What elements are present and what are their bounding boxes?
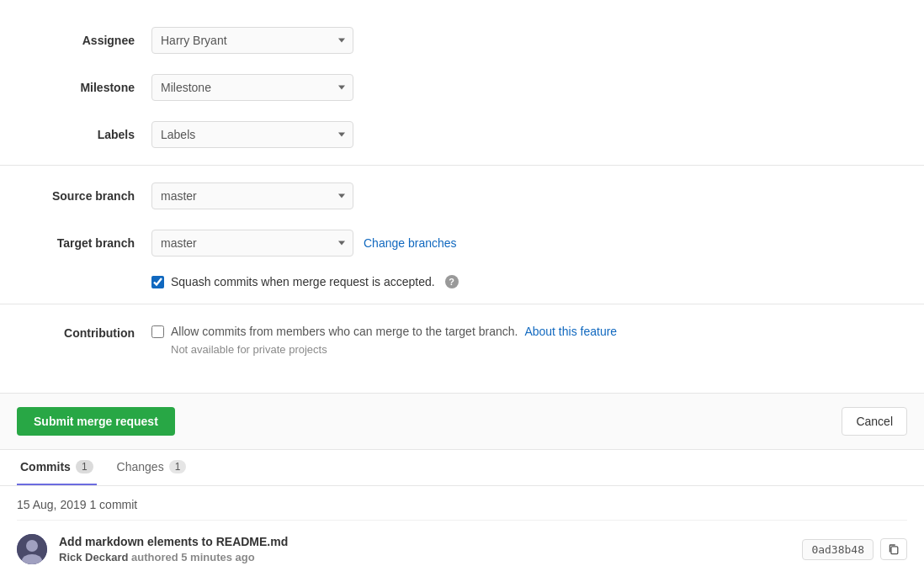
source-branch-label: Source branch: [17, 189, 151, 203]
labels-row: Labels Labels: [0, 111, 924, 158]
contribution-checkbox[interactable]: [151, 325, 164, 338]
squash-checkbox[interactable]: [151, 276, 164, 288]
tab-changes-label: Changes: [117, 460, 164, 473]
cancel-button[interactable]: Cancel: [842, 407, 907, 436]
tab-changes[interactable]: Changes 1: [114, 450, 190, 485]
contribution-check-row: Allow commits from members who can merge…: [151, 325, 907, 338]
commit-item: Add markdown elements to README.md Rick …: [17, 521, 907, 566]
commit-date-row: 15 Aug, 2019 1 commit: [17, 486, 907, 521]
avatar-svg: [17, 534, 47, 564]
assignee-select[interactable]: Harry Bryant: [151, 27, 353, 54]
allow-commits-text: Allow commits from members who can merge…: [171, 325, 518, 338]
tab-commits[interactable]: Commits 1: [17, 450, 97, 485]
divider-1: [0, 165, 924, 166]
contribution-label: Contribution: [17, 325, 151, 340]
commit-title: Add markdown elements to README.md: [59, 535, 790, 548]
change-branches-link[interactable]: Change branches: [364, 236, 457, 250]
svg-rect-3: [891, 547, 898, 554]
not-available-text: Not available for private projects: [171, 343, 907, 356]
milestone-select[interactable]: Milestone: [151, 74, 353, 101]
assignee-dropdown-wrapper: Harry Bryant: [151, 27, 353, 54]
squash-label[interactable]: Squash commits when merge request is acc…: [151, 275, 459, 288]
commit-info: Add markdown elements to README.md Rick …: [59, 535, 790, 563]
squash-text: Squash commits when merge request is acc…: [171, 275, 435, 288]
tab-commits-label: Commits: [20, 460, 71, 473]
copy-icon: [888, 543, 900, 555]
source-branch-select[interactable]: master: [151, 182, 353, 209]
commit-hash: 0ad38b48: [802, 539, 874, 560]
commit-author-name: Rick Deckard: [59, 551, 128, 563]
svg-point-1: [26, 540, 38, 552]
labels-dropdown-wrapper: Labels: [151, 121, 353, 148]
about-feature-link[interactable]: About this feature: [524, 325, 617, 338]
divider-2: [0, 304, 924, 304]
contribution-row: Contribution Allow commits from members …: [0, 311, 924, 369]
target-branch-select[interactable]: master: [151, 230, 353, 257]
commit-author: Rick Deckard authored 5 minutes ago: [59, 551, 790, 563]
target-branch-row: Target branch master Change branches: [0, 220, 924, 267]
tabs-bar: Commits 1 Changes 1: [0, 450, 924, 486]
submit-section: Submit merge request Cancel: [0, 393, 924, 450]
assignee-label: Assignee: [17, 34, 151, 47]
form-section: Assignee Harry Bryant Milestone Mileston…: [0, 0, 924, 386]
commits-section: 15 Aug, 2019 1 commit Add markdown eleme…: [0, 486, 924, 566]
copy-hash-button[interactable]: [880, 538, 907, 560]
commit-hash-area: 0ad38b48: [802, 538, 907, 560]
milestone-label: Milestone: [17, 81, 151, 94]
assignee-row: Assignee Harry Bryant: [0, 17, 924, 64]
tab-changes-badge: 1: [169, 460, 187, 473]
source-branch-row: Source branch master: [0, 172, 924, 220]
labels-select[interactable]: Labels: [151, 121, 353, 148]
avatar: [17, 534, 47, 564]
source-branch-dropdown-wrapper: master: [151, 182, 353, 209]
contribution-content: Allow commits from members who can merge…: [151, 325, 907, 356]
target-branch-label: Target branch: [17, 236, 151, 250]
target-branch-dropdown-wrapper: master: [151, 230, 353, 257]
submit-merge-request-button[interactable]: Submit merge request: [17, 407, 175, 436]
tabs-section: Commits 1 Changes 1: [0, 450, 924, 486]
squash-row: Squash commits when merge request is acc…: [0, 267, 924, 297]
tab-commits-badge: 1: [76, 460, 93, 473]
page-container: Assignee Harry Bryant Milestone Mileston…: [0, 0, 924, 566]
milestone-dropdown-wrapper: Milestone: [151, 74, 353, 101]
help-icon[interactable]: ?: [445, 275, 459, 288]
labels-label: Labels: [17, 128, 151, 141]
milestone-row: Milestone Milestone: [0, 64, 924, 111]
avatar-image: [17, 534, 47, 564]
commit-author-time: authored 5 minutes ago: [131, 551, 255, 563]
